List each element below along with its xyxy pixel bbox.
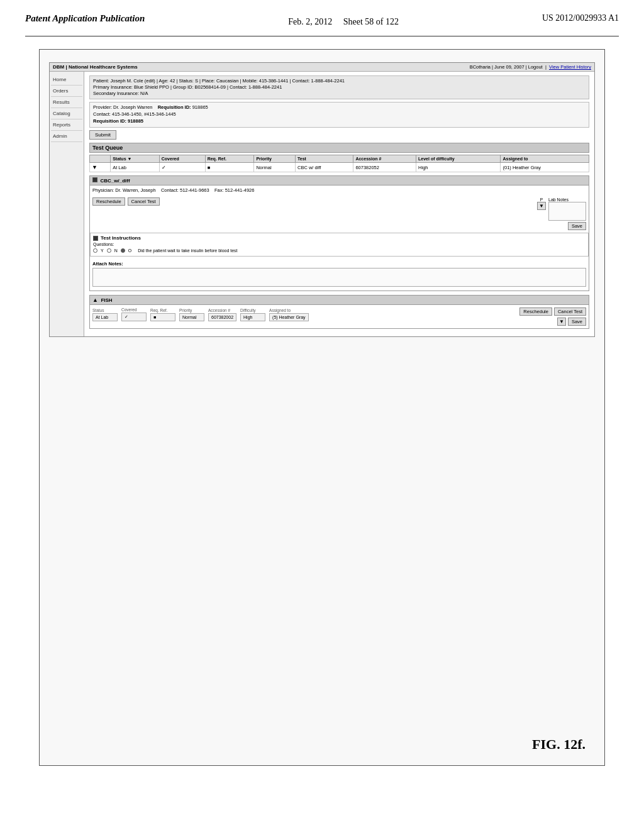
instructions-title: Test Instructions [101,235,141,241]
radio-n[interactable] [107,248,111,253]
fax-label: Fax: 512-441-4926 [214,187,254,193]
page-header: Patent Application Publication Feb. 2, 2… [0,0,644,36]
ui-mockup: DBM | National Healthcare Systems BCotha… [49,62,595,337]
sidebar: Home Orders Results Catalog Reports Admi… [50,72,84,336]
req-id2-row: Requisition ID: 918885 [93,118,586,124]
cbc-header: CBC_w/_diff [90,176,589,185]
figure-label: FIG. 12f. [532,736,586,753]
header-center: Feb. 2, 2012 Sheet 58 of 122 [288,11,399,30]
req-id1-label: Requisition ID: [158,104,191,110]
patient-info-row2: Primary Insurance: Blue Shield PPO | Gro… [93,84,586,90]
provider-label1: Provider: Dr. Joseph Warren [93,104,152,110]
fish-save-button[interactable]: Save [568,318,586,326]
fish-difficulty-label: Difficulty [240,308,265,313]
figure-container: DBM | National Healthcare Systems BCotha… [39,49,605,766]
radio-o[interactable] [121,248,125,253]
lab-notes-content[interactable] [548,202,586,221]
action-buttons: Reschedule Cancel Test [92,197,160,206]
physician-info: Physician: Dr. Warren, Joseph Contact: 5… [90,185,589,195]
question-text: Did the patient wait to take insulin bef… [138,248,237,253]
main-content: DBM | National Healthcare Systems BCotha… [0,43,644,778]
cbc-group: CBC_w/_diff Physician: Dr. Warren, Josep… [89,175,589,291]
col-req-ref: Req. Ref. [205,155,254,163]
req-id2-label: Requisition ID: [93,118,126,124]
test-queue-title: Test Queue [89,143,589,153]
submit-button[interactable]: Submit [89,130,116,140]
fish-status-value: At Lab [92,313,118,321]
row-req-ref: ■ [205,163,254,172]
attach-notes-textarea[interactable] [92,268,586,287]
row-covered: ✓ [159,163,205,172]
sidebar-item-admin[interactable]: Admin [51,131,82,142]
sidebar-item-catalog[interactable]: Catalog [51,108,82,119]
fish-req-label: Req. Ref. [150,308,175,313]
fish-dropdown[interactable]: ▼ [557,318,566,326]
fish-covered-value: ✓ [121,313,147,321]
fish-reschedule-button[interactable]: Reschedule [519,307,552,316]
fish-assigned-group: Assigned to (5) Heather Gray [269,308,309,321]
view-patient-link[interactable]: View Patient History [549,64,591,70]
req-id1-value: 918865 [192,104,208,110]
row-priority: Normal [254,163,296,172]
cbc-checkbox[interactable] [92,177,97,182]
submit-area: Submit [89,130,589,140]
reschedule-button[interactable]: Reschedule [92,197,125,206]
attach-notes-label: Attach Notes: [92,261,586,267]
answer-n: N [114,248,118,253]
row-assigned: (01) Heather Gray [501,163,589,172]
radio-y[interactable] [93,248,97,253]
col-assigned: Assigned to [501,155,589,163]
instructions-checkbox[interactable] [93,236,98,241]
patent-number: US 2012/0029933 A1 [542,11,619,25]
p-indicator: P [540,197,543,202]
fish-difficulty-group: Difficulty High [240,308,265,321]
qa-row-1: Y N O Did the patient wait to take insul… [93,248,586,253]
fish-accession-label: Accession # [208,308,236,313]
cancel-test-button[interactable]: Cancel Test [128,197,160,206]
nav-bar: DBM | National Healthcare Systems BCotha… [50,63,594,72]
req-info: Provider: Dr. Joseph Warren Requisition … [89,102,589,128]
col-arrow [90,155,111,163]
sidebar-item-orders[interactable]: Orders [51,86,82,97]
cbc-save-button[interactable]: Save [568,222,586,230]
sidebar-item-home[interactable]: Home [51,74,82,86]
physician-label: Physician: Dr. Warren, Joseph [92,187,156,193]
fish-fields: Status At Lab Covered ✓ Req. Ref. ■ [92,307,514,321]
contact-label: Contact: 512-441-9663 [161,187,209,193]
row-status: At Lab [111,163,160,172]
fish-req-value: ■ [150,313,175,321]
col-difficulty: Level of difficulty [416,155,501,163]
fish-priority-group: Priority Normal [179,308,204,321]
attach-notes-section: Attach Notes: [90,259,589,290]
req-id2-value: 918885 [128,118,143,124]
fish-right-panel: Reschedule Cancel Test ▼ Save [519,307,586,326]
patient-info: Patient: Joseph M. Cole (edit) | Age: 42… [89,75,589,99]
fish-covered-group: Covered ✓ [121,307,147,321]
answer-y: Y [101,248,104,253]
table-row: ▼ At Lab ✓ ■ Normal CBC w/ diff 60738205… [90,163,589,172]
provider-row2: Contact: 415-346-1450, #415-346-1445 [93,111,586,117]
test-table: Status ▼ Covered Req. Ref. Priority Test… [89,155,589,172]
sidebar-item-results[interactable]: Results [51,97,82,108]
system-name: DBM | National Healthcare Systems [53,64,138,70]
fish-cancel-button[interactable]: Cancel Test [554,307,586,316]
col-status[interactable]: Status ▼ [111,155,160,163]
publication-date: Feb. 2, 2012 [288,17,332,26]
header-right: US 2012/0029933 A1 [542,11,619,25]
row-accession: 607382052 [353,163,416,172]
fish-header: ▲ FISH [90,296,589,305]
p-dropdown[interactable]: ▼ [537,202,546,210]
fish-status-group: Status At Lab [92,308,118,321]
answer-o: O [128,248,131,253]
fish-accession-value: 607382002 [208,313,236,321]
lab-notes-label: Lab Notes [548,197,586,221]
sidebar-item-reports[interactable]: Reports [51,119,82,131]
patient-info-row1: Patient: Joseph M. Cole (edit) | Age: 42… [93,78,586,84]
questions-label: Questions: [93,242,586,246]
provider-row1: Provider: Dr. Joseph Warren Requisition … [93,104,586,110]
fish-status-label: Status [92,308,118,313]
row-difficulty: High [416,163,501,172]
fish-title: FISH [101,297,112,303]
sheet-info: Sheet 58 of 122 [343,17,399,26]
lab-notes-area: P ▼ Lab Notes Save [537,197,586,230]
